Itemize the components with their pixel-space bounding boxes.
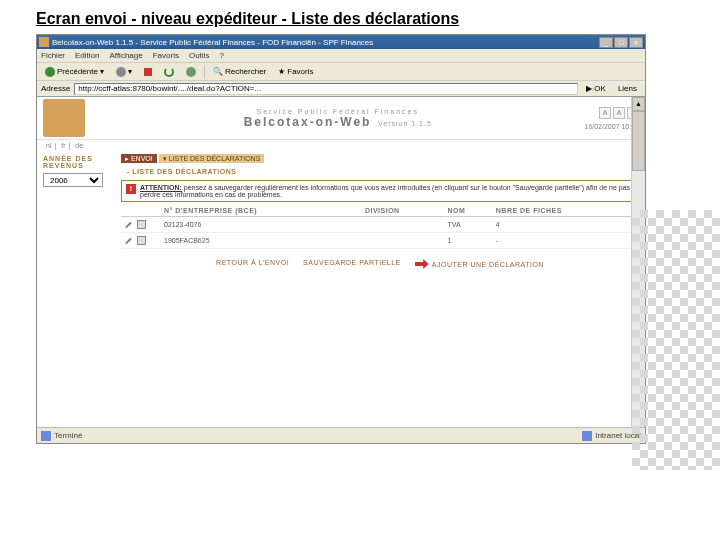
address-input[interactable] (74, 83, 578, 95)
cell-num[interactable]: 02123-4076 (161, 217, 362, 233)
zone-icon (582, 431, 592, 441)
lang-fr[interactable]: fr (61, 142, 65, 149)
page-body: ▲ ▼ Service Public Fédéral Finances Belc… (37, 97, 645, 442)
nav-refresh-button[interactable] (160, 66, 178, 78)
nav-stop-button[interactable] (140, 67, 156, 77)
title-bar: Belcotax-on-Web 1.1.5 - Service Public F… (37, 35, 645, 49)
page-header: Service Public Fédéral Finances Belcotax… (37, 97, 645, 140)
nav-search-button[interactable]: 🔍 Rechercher (209, 66, 270, 77)
cell-fiches: - (493, 233, 639, 249)
stop-icon (144, 68, 152, 76)
action-row: RETOUR À L'ENVOI SAUVEGARDE PARTIELLE AJ… (121, 259, 639, 269)
maximize-button[interactable]: □ (614, 37, 628, 48)
cell-nom: 1 (444, 233, 492, 249)
cell-nom: TVA (444, 217, 492, 233)
warning-icon: ! (126, 184, 136, 194)
delete-icon[interactable] (137, 236, 146, 245)
window-controls: _ □ × (599, 37, 643, 48)
home-icon (186, 67, 196, 77)
cell-div (362, 233, 445, 249)
status-done-icon (41, 431, 51, 441)
nav-back-button[interactable]: Précédente ▾ (41, 66, 108, 78)
status-done: Terminé (54, 431, 82, 440)
table-row: 1905FACB625 1 - (121, 233, 639, 249)
year-select[interactable]: 2006 (43, 173, 103, 187)
add-declaration-link[interactable]: AJOUTER UNE DÉCLARATION (415, 259, 544, 269)
delete-icon[interactable] (137, 220, 146, 229)
cell-fiches: 4 (493, 217, 639, 233)
warning-text: pensez à sauvegarder régulièrement les i… (140, 184, 630, 198)
main-column: ▸ ENVOI ▾ LISTE DES DÉCLARATIONS - LISTE… (121, 155, 639, 269)
col-fiches: NBRE DE FICHES (493, 205, 639, 217)
close-button[interactable]: × (629, 37, 643, 48)
language-row: nl| fr| de (37, 140, 645, 151)
browser-window: Belcotax-on-Web 1.1.5 - Service Public F… (36, 34, 646, 444)
back-icon (45, 67, 55, 77)
menu-view[interactable]: Affichage (109, 51, 142, 60)
transparency-checker (632, 210, 720, 470)
menu-help[interactable]: ? (219, 51, 223, 60)
forward-icon (116, 67, 126, 77)
nav-forward-button[interactable]: ▾ (112, 66, 136, 78)
nav-search-label: Rechercher (225, 67, 266, 76)
warning-box: ! ATTENTION: pensez à sauvegarder réguli… (121, 180, 639, 202)
panel-title: - LISTE DES DÉCLARATIONS (121, 166, 639, 177)
nav-home-button[interactable] (182, 66, 200, 78)
lang-nl[interactable]: nl (46, 142, 51, 149)
scroll-up-button[interactable]: ▲ (632, 97, 645, 111)
warning-label: ATTENTION: (140, 184, 182, 191)
add-declaration-label: AJOUTER UNE DÉCLARATION (432, 261, 544, 268)
address-label: Adresse (41, 84, 70, 93)
sidebar: ANNÉE DES REVENUS 2006 (43, 155, 115, 269)
logo-icon (43, 99, 85, 137)
nav-separator (204, 65, 205, 79)
address-bar: Adresse ▶ OK Liens (37, 81, 645, 97)
edit-icon[interactable] (124, 236, 133, 245)
menu-edit[interactable]: Edition (75, 51, 99, 60)
breadcrumb: ▸ ENVOI ▾ LISTE DES DÉCLARATIONS (121, 155, 639, 163)
arrow-right-icon (415, 259, 429, 269)
links-button[interactable]: Liens (614, 83, 641, 94)
app-icon (39, 37, 49, 47)
cell-div (362, 217, 445, 233)
save-partial-link[interactable]: SAUVEGARDE PARTIELLE (303, 259, 401, 269)
slide-title: Ecran envoi - niveau expéditeur - Liste … (0, 0, 720, 34)
menu-tools[interactable]: Outils (189, 51, 209, 60)
content-area: ANNÉE DES REVENUS 2006 ▸ ENVOI ▾ LISTE D… (37, 151, 645, 273)
breadcrumb-home[interactable]: ▸ ENVOI (121, 154, 157, 163)
cell-num[interactable]: 1905FACB625 (161, 233, 362, 249)
nav-back-label: Précédente (57, 67, 98, 76)
back-to-envoi-link[interactable]: RETOUR À L'ENVOI (216, 259, 289, 269)
scroll-thumb[interactable] (632, 111, 645, 171)
lang-de[interactable]: de (75, 142, 83, 149)
nav-fav-label: Favoris (287, 67, 313, 76)
nav-favorites-button[interactable]: ★ Favoris (274, 66, 317, 77)
nav-toolbar: Précédente ▾ ▾ 🔍 Rechercher ★ Favoris (37, 63, 645, 81)
font-med-button[interactable]: A (613, 107, 625, 119)
app-version: Version 1.1.5 (378, 120, 432, 127)
refresh-icon (164, 67, 174, 77)
table-row: 02123-4076 TVA 4 (121, 217, 639, 233)
app-name: Belcotax-on-Web (244, 115, 372, 129)
window-title: Belcotax-on-Web 1.1.5 - Service Public F… (52, 38, 599, 47)
sidebar-title: ANNÉE DES REVENUS (43, 155, 115, 169)
edit-icon[interactable] (124, 220, 133, 229)
status-bar: Terminé Intranet local (37, 427, 645, 443)
menu-file[interactable]: Fichier (41, 51, 65, 60)
menu-favorites[interactable]: Favoris (153, 51, 179, 60)
menu-bar: Fichier Edition Affichage Favoris Outils… (37, 49, 645, 63)
breadcrumb-current[interactable]: ▾ LISTE DES DÉCLARATIONS (159, 154, 265, 163)
go-button[interactable]: ▶ OK (582, 83, 610, 94)
col-div: DIVISION (362, 205, 445, 217)
col-nom: NOM (444, 205, 492, 217)
minimize-button[interactable]: _ (599, 37, 613, 48)
declarations-table: N° D'ENTREPRISE (BCE) DIVISION NOM NBRE … (121, 205, 639, 249)
font-small-button[interactable]: A (599, 107, 611, 119)
ministry-label: Service Public Fédéral Finances (91, 108, 585, 115)
col-num: N° D'ENTREPRISE (BCE) (161, 205, 362, 217)
